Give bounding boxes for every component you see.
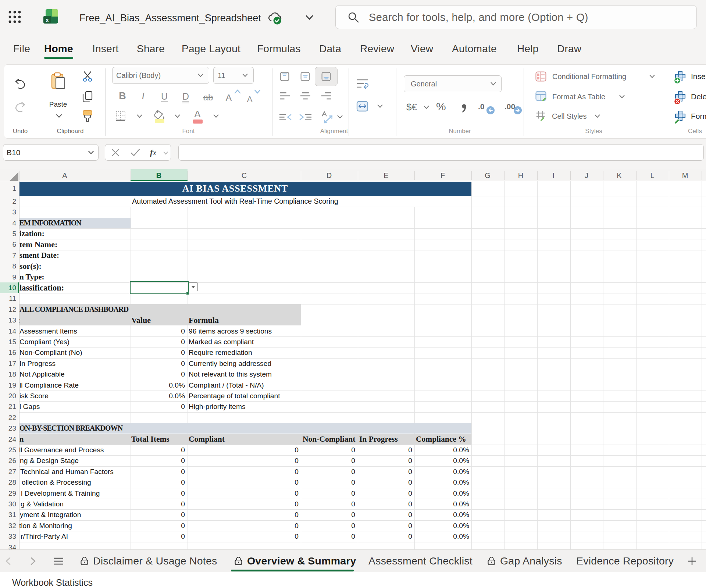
svg-text:x: x — [46, 17, 49, 23]
